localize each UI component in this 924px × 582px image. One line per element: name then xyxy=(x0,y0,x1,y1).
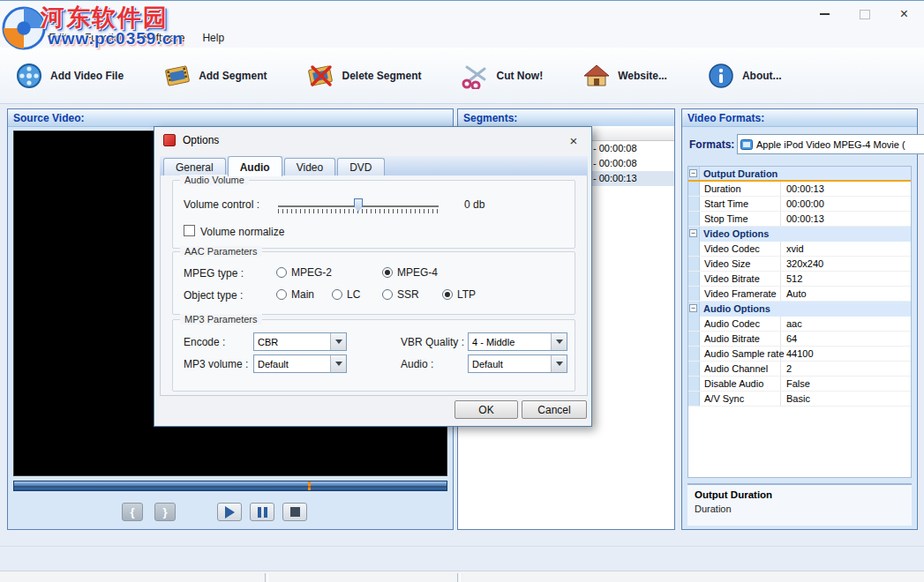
seek-bar[interactable] xyxy=(13,481,447,491)
grid-property-value[interactable]: Auto xyxy=(781,287,911,301)
house-icon xyxy=(582,62,612,90)
toolbar-delete-segment[interactable]: Delete Segment xyxy=(305,62,421,90)
cancel-button[interactable]: Cancel xyxy=(522,400,587,419)
grid-row-audio-codec[interactable]: Audio Codecaac xyxy=(688,317,911,332)
menu-item-file[interactable]: File xyxy=(5,29,40,47)
menu-item-edit[interactable]: Edit xyxy=(40,29,76,47)
grid-row-a-v-sync[interactable]: A/V SyncBasic xyxy=(688,392,911,407)
options-dialog-close-button[interactable]: × xyxy=(561,131,586,149)
maximize-button[interactable] xyxy=(845,1,884,27)
audio-select-arrow-button[interactable] xyxy=(551,355,567,372)
tab-audio[interactable]: Audio xyxy=(228,156,282,176)
grid-property-value[interactable]: 2 xyxy=(781,362,911,376)
grid-group-output-duration[interactable]: −Output Duration xyxy=(688,167,911,182)
tab-video[interactable]: Video xyxy=(284,158,335,176)
grid-property-value[interactable]: 320x240 xyxy=(781,257,911,271)
mp3-volume-select[interactable]: Default xyxy=(253,354,347,373)
radio-object-ssr[interactable]: SSR xyxy=(382,288,419,301)
grid-row-video-codec[interactable]: Video Codecxvid xyxy=(688,242,911,257)
toolbar-label-cut-now: Cut Now! xyxy=(497,70,544,82)
delete-filmstrip-icon xyxy=(305,62,335,90)
source-video-panel-title: Source Video: xyxy=(13,112,84,124)
options-tab-strip: GeneralAudioVideoDVD xyxy=(160,156,588,176)
collapse-icon[interactable]: − xyxy=(689,169,697,177)
collapse-icon[interactable]: − xyxy=(689,229,697,237)
minimize-button[interactable] xyxy=(805,1,845,27)
ok-button[interactable]: OK xyxy=(454,400,518,419)
collapse-icon[interactable]: − xyxy=(689,304,697,312)
encode-select[interactable]: CBR xyxy=(253,332,347,351)
close-button[interactable]: × xyxy=(884,1,924,27)
aac-parameters-group: AAC Parameters MPEG type : MPEG-2MPEG-4 … xyxy=(172,251,575,315)
radio-label-main: Main xyxy=(291,288,314,301)
encode-select-arrow-button[interactable] xyxy=(330,333,346,350)
grid-property-value[interactable]: 512 xyxy=(781,272,911,286)
grid-row-start-time[interactable]: Start Time00:00:00 xyxy=(688,197,911,212)
grid-row-video-bitrate[interactable]: Video Bitrate512 xyxy=(688,272,911,287)
toolbar-about[interactable]: About... xyxy=(706,62,782,90)
radio-mpeg-mpeg-4[interactable]: MPEG-4 xyxy=(382,266,438,279)
vbr-quality-select[interactable]: 4 - Middle xyxy=(468,332,567,351)
vbr-quality-select-arrow-button[interactable] xyxy=(551,333,567,350)
play-button[interactable] xyxy=(217,503,242,521)
radio-object-lc[interactable]: LC xyxy=(332,288,360,301)
menu-item-software[interactable]: Software xyxy=(134,29,193,47)
grid-row-audio-channel[interactable]: Audio Channel2 xyxy=(688,362,911,377)
audio-select[interactable]: Default xyxy=(468,354,567,373)
mp3-volume-select-arrow-button[interactable] xyxy=(330,355,346,372)
tab-dvd[interactable]: DVD xyxy=(337,158,384,176)
toolbar-add-segment[interactable]: Add Segment xyxy=(162,62,267,90)
grid-property-value[interactable]: 00:00:00 xyxy=(781,197,911,211)
grid-row-duration[interactable]: Duration00:00:13 xyxy=(688,182,911,197)
grid-property-value[interactable]: aac xyxy=(781,317,911,331)
grid-property-value[interactable]: 44100 xyxy=(781,347,911,361)
grid-group-audio-options[interactable]: −Audio Options xyxy=(688,302,911,317)
toolbar-add-video-file[interactable]: Add Video File xyxy=(14,62,124,90)
radio-mpeg-mpeg-2[interactable]: MPEG-2 xyxy=(276,266,332,279)
mp3-parameters-group: MP3 Parameters Encode : CBR VBR Quality … xyxy=(172,319,575,392)
grid-row-video-framerate[interactable]: Video FramerateAuto xyxy=(688,287,911,302)
encode-select-value: CBR xyxy=(254,337,330,347)
format-select[interactable]: Apple iPod Video MPEG-4 Movie ( xyxy=(737,134,924,154)
pause-button[interactable] xyxy=(250,503,274,521)
grid-group-label: Video Options xyxy=(700,227,911,242)
video-formats-panel-header: Video Formats: xyxy=(682,109,917,127)
volume-normalize-checkbox[interactable] xyxy=(184,225,195,236)
volume-slider[interactable] xyxy=(278,198,439,216)
grid-property-value[interactable]: 64 xyxy=(781,332,911,346)
grid-property-value[interactable]: 00:00:13 xyxy=(781,212,911,226)
radio-object-main[interactable]: Main xyxy=(276,288,314,301)
tab-general[interactable]: General xyxy=(163,158,226,176)
grid-row-disable-audio[interactable]: Disable AudioFalse xyxy=(688,377,911,392)
grid-group-video-options[interactable]: −Video Options xyxy=(688,227,911,242)
grid-property-value[interactable]: Basic xyxy=(781,392,911,406)
stop-button[interactable] xyxy=(282,503,307,521)
seek-position-marker[interactable] xyxy=(308,481,311,490)
pause-icon xyxy=(258,507,267,518)
grid-property-name: Video Framerate xyxy=(700,287,781,301)
radio-object-ltp[interactable]: LTP xyxy=(442,288,476,301)
menu-item-help[interactable]: Help xyxy=(193,29,233,47)
grid-row-audio-bitrate[interactable]: Audio Bitrate64 xyxy=(688,332,911,347)
options-dialog-title: Options xyxy=(183,134,219,146)
stop-icon xyxy=(290,507,300,517)
left-brace-icon: { xyxy=(130,506,134,518)
titlebar: × xyxy=(0,1,924,27)
volume-normalize-label: Volume normalize xyxy=(200,226,284,238)
mark-segment-end-button[interactable]: } xyxy=(154,503,176,521)
grid-property-name: A/V Sync xyxy=(700,392,781,406)
grid-gutter: − xyxy=(688,167,700,180)
toolbar-website[interactable]: Website... xyxy=(582,62,667,90)
grid-property-value[interactable]: 00:00:13 xyxy=(781,182,911,196)
grid-property-value[interactable]: xvid xyxy=(781,242,911,256)
grid-row-stop-time[interactable]: Stop Time00:00:13 xyxy=(688,212,911,227)
mark-segment-start-button[interactable]: { xyxy=(122,503,143,521)
radio-button-icon xyxy=(382,267,393,278)
grid-property-value[interactable]: False xyxy=(781,377,911,391)
grid-row-audio-sample-rate[interactable]: Audio Sample rate44100 xyxy=(688,347,911,362)
chevron-down-icon xyxy=(335,362,342,366)
toolbar-cut-now[interactable]: Cut Now! xyxy=(461,62,544,90)
options-dialog-titlebar: Options xyxy=(154,127,591,153)
menu-item-function[interactable]: Function xyxy=(76,29,134,47)
grid-row-video-size[interactable]: Video Size320x240 xyxy=(688,257,911,272)
